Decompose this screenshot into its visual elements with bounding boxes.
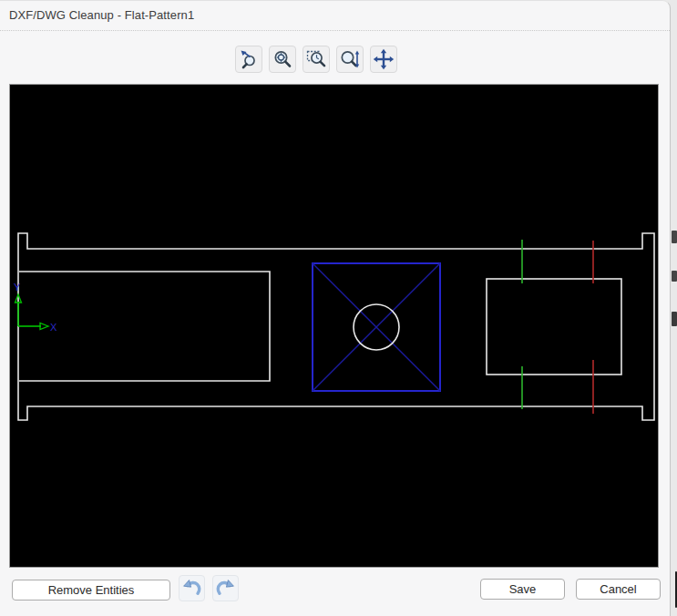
zoom-to-area-button[interactable] (303, 46, 330, 73)
dxf-dwg-cleanup-dialog: DXF/DWG Cleanup - Flat-Pattern1 (0, 0, 671, 616)
background-artifact (672, 312, 677, 326)
zoom-to-area-icon (305, 48, 327, 70)
zoom-to-fit-button[interactable] (269, 46, 296, 73)
redo-button[interactable] (212, 575, 239, 601)
title-separator (0, 30, 670, 31)
zoom-in-out-icon (339, 48, 361, 70)
profile-outline-entity[interactable] (18, 233, 654, 420)
origin-triad: Y X (14, 282, 57, 333)
flat-pattern-drawing: Y X (10, 85, 658, 567)
x-axis-label: X (50, 322, 57, 333)
zoom-to-selection-icon (238, 48, 260, 70)
view-toolbar (235, 46, 397, 73)
background-artifact (672, 271, 677, 282)
undo-icon (180, 576, 203, 601)
undo-button[interactable] (179, 575, 205, 601)
title-bar[interactable]: DXF/DWG Cleanup - Flat-Pattern1 (0, 1, 670, 30)
preview-canvas[interactable]: Y X (9, 84, 659, 568)
background-artifact (672, 231, 677, 243)
cancel-button[interactable]: Cancel (576, 579, 661, 600)
redo-icon (214, 576, 237, 601)
y-axis-label: Y (14, 282, 21, 293)
zoom-in-out-button[interactable] (336, 46, 364, 73)
dialog-title: DXF/DWG Cleanup - Flat-Pattern1 (9, 8, 194, 22)
remove-entities-button[interactable]: Remove Entities (12, 580, 170, 601)
save-button[interactable]: Save (480, 579, 565, 600)
zoom-to-selection-button[interactable] (235, 46, 262, 73)
zoom-to-fit-icon (272, 48, 293, 70)
pan-button[interactable] (370, 46, 397, 73)
pan-icon (373, 48, 395, 70)
inner-rectangle-entity[interactable] (487, 279, 621, 375)
